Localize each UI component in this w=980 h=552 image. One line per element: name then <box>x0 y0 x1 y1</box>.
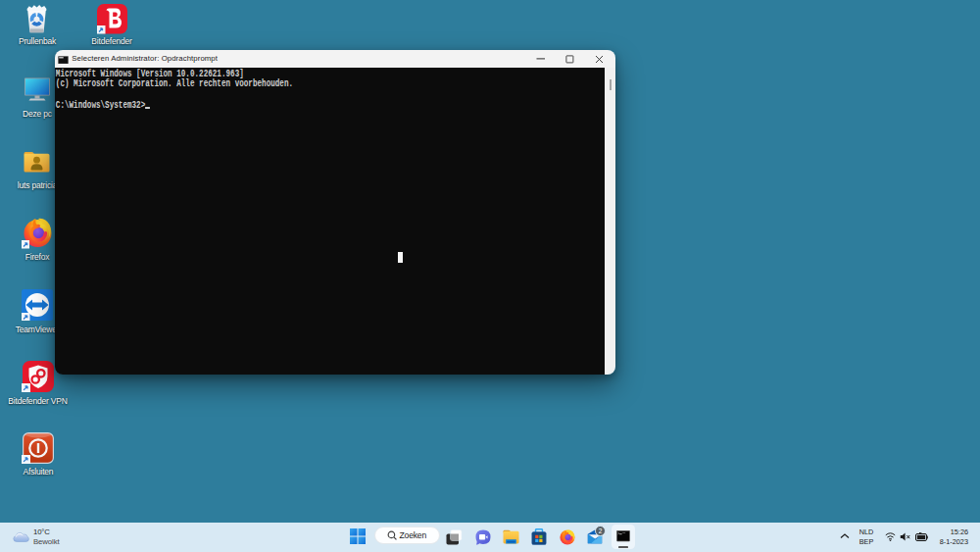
svg-text:2: 2 <box>599 527 603 534</box>
